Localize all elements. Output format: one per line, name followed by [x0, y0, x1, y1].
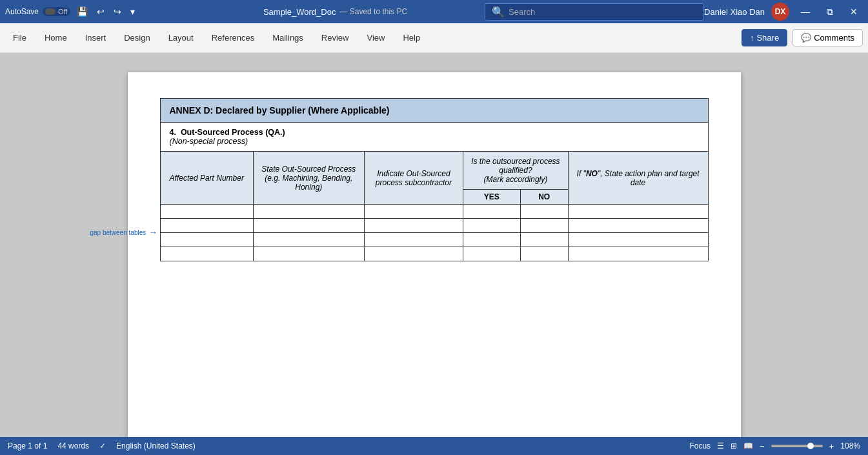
section-row: 4. Out-Sourced Process (QA.) (Non-specia… [160, 123, 708, 152]
doc-title-section: Sample_Word_Doc — Saved to this PC [186, 7, 485, 17]
col4-no: NO [520, 190, 568, 205]
col4-yes: YES [463, 190, 520, 205]
close-button[interactable]: ✕ [845, 5, 863, 18]
tab-insert[interactable]: Insert [77, 29, 114, 46]
document-page: gap between tables → ANNEX D: Declared b… [128, 72, 741, 437]
gap-annotation-arrow-icon: → [148, 227, 157, 238]
web-view-icon[interactable]: ⊞ [731, 441, 737, 450]
data-col3-r4 [364, 247, 463, 261]
col5-header: If "NO", State action plan and target da… [568, 152, 708, 205]
language: English (United States) [116, 441, 196, 450]
undo-button[interactable]: ↩ [94, 5, 107, 18]
user-avatar[interactable]: DX [771, 3, 789, 21]
tab-review[interactable]: Review [314, 29, 357, 46]
col3-header: Indicate Out-Sourced process subcontract… [364, 152, 463, 205]
section-subtitle: (Non-special process) [170, 137, 248, 146]
doc-title: Sample_Word_Doc [263, 7, 336, 17]
comments-icon: 💬 [801, 33, 811, 43]
data-col4a-r4 [463, 247, 520, 261]
share-label: Share [756, 33, 779, 43]
zoom-slider[interactable] [771, 445, 823, 447]
section-cell: 4. Out-Sourced Process (QA.) (Non-specia… [160, 123, 708, 152]
annex-title-cell: ANNEX D: Declared by Supplier (Where App… [160, 99, 708, 123]
status-bar-right: Focus ☰ ⊞ 📖 − + 108% [689, 441, 860, 451]
quick-access-more-button[interactable]: ▾ [128, 5, 137, 18]
section-number: 4. [170, 128, 176, 137]
toggle-state: Off [58, 8, 67, 15]
tab-home[interactable]: Home [37, 29, 75, 46]
tab-layout[interactable]: Layout [161, 29, 201, 46]
tab-mailings[interactable]: Mailings [265, 29, 311, 46]
table-row [160, 205, 708, 219]
title-bar-left: AutoSave Off 💾 ↩ ↪ ▾ [5, 5, 186, 18]
view-mode-icon[interactable]: ☰ [717, 441, 724, 450]
data-col4a-r3 [463, 233, 520, 247]
data-col4a-r2 [463, 219, 520, 233]
restore-button[interactable]: ⧉ [822, 5, 838, 19]
autosave-toggle[interactable]: Off [43, 7, 70, 16]
status-bar: Page 1 of 1 44 words ✓ English (United S… [0, 437, 868, 455]
data-col1-r2 [160, 219, 254, 233]
col4-header: Is the outsourced process qualified? (Ma… [463, 152, 569, 190]
data-col1-r1 [160, 205, 254, 219]
search-container[interactable]: 🔍 [485, 3, 704, 21]
data-col1-r3 [160, 233, 254, 247]
zoom-in-button[interactable]: + [829, 441, 834, 451]
title-bar-right: Daniel Xiao Dan DX — ⧉ ✕ [704, 3, 863, 21]
data-col2-r2 [254, 219, 365, 233]
data-col4a-r1 [463, 205, 520, 219]
data-col4b-r1 [520, 205, 568, 219]
ribbon-right: ↑ Share 💬 Comments [742, 29, 863, 46]
user-name: Daniel Xiao Dan [704, 7, 765, 17]
data-col3-r1 [364, 205, 463, 219]
data-col4b-r3 [520, 233, 568, 247]
table-row [160, 219, 708, 233]
data-col1-r4 [160, 247, 254, 261]
zoom-out-button[interactable]: − [760, 441, 765, 451]
tab-design[interactable]: Design [116, 29, 157, 46]
data-col4b-r4 [520, 247, 568, 261]
search-input[interactable] [509, 7, 697, 17]
data-col4b-r2 [520, 219, 568, 233]
redo-button[interactable]: ↪ [111, 5, 124, 18]
data-col2-r1 [254, 205, 365, 219]
table-row [160, 247, 708, 261]
annex-table: ANNEX D: Declared by Supplier (Where App… [160, 98, 709, 261]
header-row: Affected Part Number State Out-Sourced P… [160, 152, 708, 190]
gap-annotation-text: gap between tables [90, 229, 146, 236]
data-col2-r3 [254, 233, 365, 247]
zoom-thumb [807, 443, 814, 449]
search-icon: 🔍 [492, 6, 505, 18]
document-area[interactable]: gap between tables → ANNEX D: Declared b… [0, 53, 868, 437]
data-col3-r2 [364, 219, 463, 233]
share-button[interactable]: ↑ Share [742, 29, 787, 46]
focus-label[interactable]: Focus [689, 441, 711, 450]
title-bar: AutoSave Off 💾 ↩ ↪ ▾ Sample_Word_Doc — S… [0, 0, 868, 23]
col2-header: State Out-Sourced Process (e.g. Machinin… [254, 152, 365, 205]
tab-references[interactable]: References [204, 29, 262, 46]
read-mode-icon[interactable]: 📖 [743, 441, 753, 450]
comments-label: Comments [814, 33, 854, 43]
minimize-button[interactable]: — [796, 5, 815, 18]
tab-view[interactable]: View [359, 29, 392, 46]
gap-annotation: gap between tables → [90, 227, 158, 238]
zoom-percent: 108% [840, 441, 860, 450]
ribbon: File Home Insert Design Layout Reference… [0, 23, 868, 53]
table-row [160, 233, 708, 247]
share-icon: ↑ [750, 33, 754, 43]
save-button[interactable]: 💾 [74, 5, 90, 18]
toggle-knob [45, 8, 56, 15]
proofing-icon: ✓ [99, 441, 106, 450]
tab-help[interactable]: Help [395, 29, 428, 46]
data-col2-r4 [254, 247, 365, 261]
section-title: Out-Sourced Process (QA.) [181, 128, 285, 137]
col1-header: Affected Part Number [160, 152, 254, 205]
data-col5-r2 [568, 219, 708, 233]
data-col5-r1 [568, 205, 708, 219]
data-col5-r4 [568, 247, 708, 261]
doc-saved-status: — Saved to this PC [339, 7, 407, 16]
comments-button[interactable]: 💬 Comments [792, 29, 863, 46]
page-info: Page 1 of 1 [8, 441, 47, 450]
annex-title-row: ANNEX D: Declared by Supplier (Where App… [160, 99, 708, 123]
tab-file[interactable]: File [5, 29, 34, 46]
